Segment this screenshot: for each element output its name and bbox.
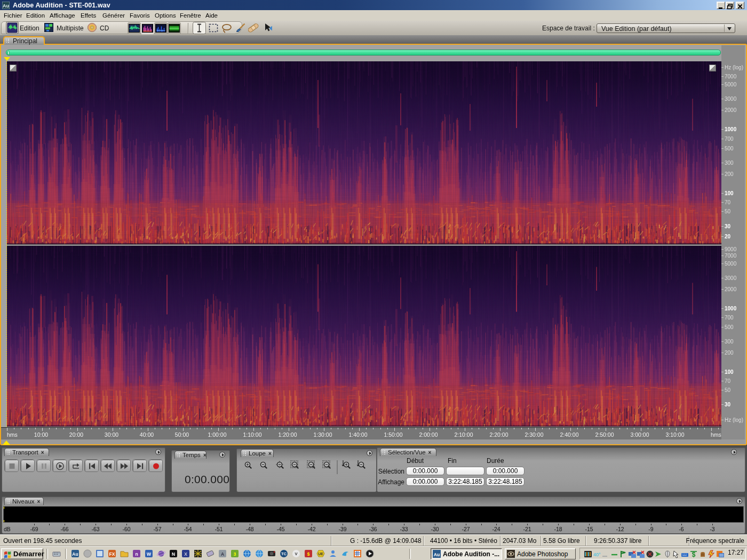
svg-text:A: A <box>221 551 224 557</box>
svg-text:n: n <box>135 551 138 557</box>
svg-text:TC: TC <box>281 551 287 556</box>
svg-text:$: $ <box>692 551 696 558</box>
svg-text:40°: 40° <box>593 552 601 557</box>
svg-text:3: 3 <box>234 551 236 557</box>
svg-text:Au: Au <box>434 552 440 557</box>
svg-text:$: $ <box>307 551 310 557</box>
svg-text:FX: FX <box>109 551 115 557</box>
svg-text:V: V <box>295 551 297 556</box>
svg-text:UE: UE <box>318 552 323 556</box>
svg-text:N: N <box>172 551 175 557</box>
svg-text:W: W <box>147 551 152 557</box>
svg-text:Au: Au <box>3 3 9 9</box>
svg-text:Au: Au <box>72 551 78 557</box>
svg-text:X: X <box>184 551 187 557</box>
